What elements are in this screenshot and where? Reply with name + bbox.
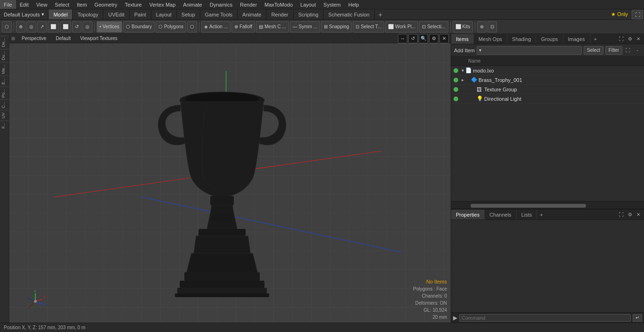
menu-vertexmap[interactable]: Vertex Map (146, 0, 180, 9)
menu-edit[interactable]: Edit (16, 0, 33, 9)
select-button[interactable]: Select (584, 46, 603, 55)
add-item-dropdown[interactable]: ▾ (477, 46, 582, 55)
menu-view[interactable]: View (33, 0, 51, 9)
panel-tab-groups[interactable]: Groups (536, 34, 563, 44)
layout-tab-model[interactable]: Model (49, 9, 73, 19)
sidebar-tab-c[interactable]: C... (0, 99, 9, 110)
toolbar-radial[interactable]: ◎ (26, 21, 36, 32)
viewport-dot[interactable] (11, 37, 15, 40)
props-expand-icon[interactable]: ⛶ (618, 211, 625, 219)
toolbar-falloff[interactable]: ⊕ Falloff (231, 21, 255, 32)
toolbar-mesh-type[interactable]: ⬡ (187, 21, 197, 32)
panel-tab-meshops[interactable]: Mesh Ops (474, 34, 507, 44)
menu-texture[interactable]: Texture (121, 0, 146, 9)
toolbar-snapping[interactable]: ⊞ Snapping (321, 21, 352, 32)
toolbar-selection[interactable]: ⊡ Selecti... (419, 21, 448, 32)
menu-item[interactable]: Item (73, 0, 91, 9)
toolbar-work-plane[interactable]: ⬜ Work Pl... (385, 21, 418, 32)
item-list[interactable]: ▾ 📄 modo.lxo ▸ 🔷 Brass_Trophy_001 🖼 Text… (451, 66, 644, 201)
panel-tab-images[interactable]: Images (563, 34, 590, 44)
filter-button[interactable]: Filter (605, 46, 622, 55)
panel-tab-shading[interactable]: Shading (507, 34, 536, 44)
layout-tab-layout[interactable]: Layout (151, 9, 177, 19)
toolbar-polygon-select[interactable]: ⬡ (2, 21, 12, 32)
item-row-texture-group[interactable]: 🖼 Texture Group (451, 85, 644, 94)
viewport-camera[interactable]: Perspective (19, 35, 49, 42)
panel-settings-icon[interactable]: ⚙ (626, 35, 634, 43)
item-vis-trophy[interactable] (452, 78, 460, 82)
vis-dot-texture[interactable] (454, 87, 458, 92)
viewport-settings-icon[interactable]: ⚙ (429, 34, 438, 43)
item-expand-trophy[interactable]: ▸ (460, 77, 465, 82)
menu-file[interactable]: File (0, 0, 16, 9)
viewport-zoom-icon[interactable]: 🔍 (419, 34, 428, 43)
toolbar-circle[interactable]: ◎ (83, 21, 92, 32)
layout-star[interactable]: ★ Only (607, 11, 632, 17)
toolbar-select[interactable]: ↗ (37, 21, 47, 32)
layout-tab-animate[interactable]: Animate (238, 9, 266, 19)
item-row-brass-trophy[interactable]: ▸ 🔷 Brass_Trophy_001 (451, 75, 644, 85)
panel-expand-icon[interactable]: ⛶ (618, 35, 625, 43)
layout-tab-gametools[interactable]: Game Tools (200, 9, 238, 19)
toolbar-symmetry[interactable]: — Symm ... (290, 21, 320, 32)
toolbar-vp-ctrl2[interactable]: ⊡ (487, 21, 497, 32)
viewport-canvas[interactable]: No Items Polygons : Face Channels: 0 Def… (9, 43, 451, 323)
sidebar-tab-me[interactable]: Me... (0, 62, 9, 76)
item-row-modo-lxo[interactable]: ▾ 📄 modo.lxo (451, 66, 644, 75)
horizontal-scrollbar[interactable] (471, 204, 586, 208)
layout-dropdown[interactable]: Default Layouts ▾ (0, 9, 49, 19)
viewport-close-icon[interactable]: ✕ (439, 34, 449, 43)
vis-dot-trophy[interactable] (454, 78, 458, 82)
menu-system[interactable]: System (320, 0, 345, 9)
item-vis-light[interactable] (452, 97, 460, 101)
item-expand-modo[interactable]: ▾ (460, 68, 465, 73)
menu-maxtomodo[interactable]: MaxToModo (261, 0, 297, 9)
layout-tab-scripting[interactable]: Scripting (294, 9, 324, 19)
props-tab-lists[interactable]: Lists (517, 210, 537, 219)
toolbar-vp-ctrl1[interactable]: ⊕ (477, 21, 487, 32)
sidebar-tab-uv[interactable]: UV (0, 110, 9, 121)
menu-animate[interactable]: Animate (179, 0, 206, 9)
toolbar-grid[interactable]: ⊕ (16, 21, 25, 32)
layout-tab-schematic[interactable]: Schematic Fusion (323, 9, 374, 19)
sidebar-tab-de[interactable]: De... (0, 36, 9, 49)
item-list-minus[interactable]: - (634, 47, 641, 54)
layout-maximize[interactable]: ⛶ (632, 10, 643, 19)
sidebar-tab-f[interactable]: F... (0, 121, 9, 130)
viewport-move-icon[interactable]: ↔ (398, 34, 407, 43)
viewport-shading[interactable]: Default (53, 35, 74, 42)
command-input[interactable] (459, 314, 631, 322)
layout-tab-render[interactable]: Render (266, 9, 293, 19)
menu-select[interactable]: Select (51, 0, 73, 9)
props-settings-icon[interactable]: ⚙ (626, 211, 634, 219)
layout-tab-topology[interactable]: Topology (73, 9, 103, 19)
toolbar-polygons[interactable]: ⬡ Polygons (156, 21, 186, 32)
toolbar-boundary[interactable]: ⬡ Boundary (123, 21, 155, 32)
item-vis-texture[interactable] (452, 87, 460, 92)
menu-dynamics[interactable]: Dynamics (206, 0, 236, 9)
props-tab-channels[interactable]: Channels (485, 210, 516, 219)
viewport-display[interactable]: Viewport Textures (77, 35, 120, 42)
menu-render[interactable]: Render (236, 0, 261, 9)
item-list-expand[interactable]: ⛶ (624, 47, 632, 54)
menu-help[interactable]: Help (345, 0, 363, 9)
toolbar-transform1[interactable]: ⬜ (48, 21, 59, 32)
sidebar-tab-e[interactable]: E... (0, 76, 9, 87)
command-arrow[interactable]: ▶ (453, 315, 457, 321)
props-tab-properties[interactable]: Properties (451, 210, 485, 219)
toolbar-vertices[interactable]: • Vertices (97, 21, 122, 32)
sidebar-tab-du[interactable]: Du... (0, 49, 9, 62)
layout-add-button[interactable]: + (375, 11, 386, 18)
item-row-dir-light[interactable]: 💡 Directional Light (451, 94, 644, 104)
toolbar-select-tool[interactable]: ⊡ Select T... (353, 21, 384, 32)
viewport[interactable]: Perspective Default Viewport Textures ↔ … (9, 34, 451, 323)
toolbar-rotate[interactable]: ↺ (72, 21, 82, 32)
layout-tab-paint[interactable]: Paint (130, 9, 151, 19)
item-vis-modo[interactable] (452, 68, 460, 73)
layout-tab-setup[interactable]: Setup (177, 9, 200, 19)
panel-close-icon[interactable]: ✕ (635, 35, 642, 43)
panel-add-tab[interactable]: + (591, 36, 600, 42)
toolbar-kits[interactable]: ⬜ Kits (453, 21, 473, 32)
toolbar-mesh-component[interactable]: ▤ Mesh C ... (256, 21, 289, 32)
toolbar-transform2[interactable]: ⬜ (60, 21, 71, 32)
